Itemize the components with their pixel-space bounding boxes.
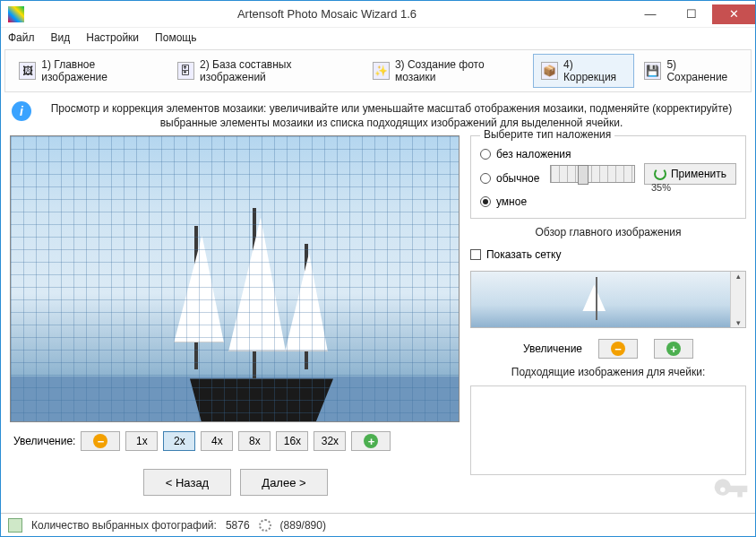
step-label: 3) Создание фото мозаики bbox=[395, 58, 523, 83]
radio-none-label: без наложения bbox=[496, 148, 571, 160]
step-save[interactable]: 💾 5) Сохранение bbox=[636, 54, 745, 88]
main-area: i Просмотр и коррекция элементов мозаики… bbox=[1, 94, 755, 513]
preview-zoom-in[interactable]: + bbox=[654, 339, 693, 359]
photos-icon bbox=[8, 518, 22, 533]
menu-file[interactable]: Файл bbox=[8, 31, 35, 44]
apply-label: Применить bbox=[671, 168, 726, 180]
preview-title: Обзор главного изображения bbox=[470, 226, 746, 238]
overlay-legend: Выберите тип наложения bbox=[480, 128, 614, 141]
zoom-2x[interactable]: 2x bbox=[163, 431, 195, 451]
zoom-8x[interactable]: 8x bbox=[238, 431, 271, 451]
step-main-image[interactable]: 🖼 1) Главное изображение bbox=[11, 54, 168, 88]
titlebar: Artensoft Photo Mosaic Wizard 1.6 — ☐ ✕ bbox=[1, 1, 755, 28]
radio-normal[interactable] bbox=[480, 173, 491, 184]
window-buttons: — ☐ ✕ bbox=[630, 4, 755, 24]
zoom-in-button[interactable]: + bbox=[351, 431, 391, 451]
wand-icon: ✨ bbox=[373, 62, 390, 80]
close-button[interactable]: ✕ bbox=[712, 4, 755, 24]
zoom-row: Увеличение: − 1x 2x 4x 8x 16x 32x + bbox=[10, 422, 461, 460]
next-button[interactable]: Далее > bbox=[240, 469, 328, 496]
radio-none[interactable] bbox=[480, 149, 491, 160]
zoom-4x[interactable]: 4x bbox=[201, 431, 233, 451]
overlay-group: Выберите тип наложения без наложения обы… bbox=[470, 135, 746, 219]
zoom-32x[interactable]: 32x bbox=[314, 431, 346, 451]
menu-settings[interactable]: Настройки bbox=[86, 31, 139, 44]
mosaic-preview[interactable] bbox=[10, 135, 460, 422]
image-icon: 🖼 bbox=[19, 62, 36, 80]
nav-row: < Назад Далее > bbox=[10, 460, 461, 508]
window-title: Artensoft Photo Mosaic Wizard 1.6 bbox=[24, 7, 630, 21]
content: Увеличение: − 1x 2x 4x 8x 16x 32x + < На… bbox=[6, 135, 750, 513]
showgrid-label: Показать сетку bbox=[486, 248, 562, 261]
preview-zoom-out[interactable]: − bbox=[598, 339, 638, 359]
radio-smart-row[interactable]: умное bbox=[480, 195, 736, 208]
database-icon: 🗄 bbox=[177, 62, 194, 80]
menu-bar: Файл Вид Настройки Помощь bbox=[1, 28, 755, 48]
save-icon: 💾 bbox=[644, 62, 661, 80]
info-bar: i Просмотр и коррекция элементов мозаики… bbox=[6, 98, 750, 135]
status-count-label: Количество выбранных фотографий: bbox=[31, 519, 217, 532]
thumbnail-image bbox=[471, 272, 730, 327]
right-column: Выберите тип наложения без наложения обы… bbox=[470, 135, 746, 513]
thumbnail-scrollbar[interactable]: ▴▾ bbox=[730, 272, 745, 327]
maximize-button[interactable]: ☐ bbox=[671, 4, 712, 24]
left-column: Увеличение: − 1x 2x 4x 8x 16x 32x + < На… bbox=[10, 135, 461, 513]
preview-zoom-row: Увеличение − + bbox=[470, 335, 746, 359]
step-create-mosaic[interactable]: ✨ 3) Создание фото мозаики bbox=[365, 54, 531, 88]
suitable-images-box[interactable] bbox=[470, 385, 746, 475]
status-bar: Количество выбранных фотографий: 5876 (8… bbox=[1, 513, 755, 536]
step-label: 5) Сохранение bbox=[666, 58, 737, 83]
step-label: 4) Коррекция bbox=[563, 58, 626, 83]
radio-normal-row[interactable]: обычное bbox=[480, 172, 550, 185]
minimize-button[interactable]: — bbox=[630, 4, 671, 24]
showgrid-row[interactable]: Показать сетку bbox=[470, 248, 746, 261]
status-progress: (889/890) bbox=[280, 519, 326, 532]
info-icon: i bbox=[12, 101, 31, 121]
overlay-slider[interactable] bbox=[550, 165, 635, 183]
preview-zoom-label: Увеличение bbox=[523, 342, 582, 355]
slider-thumb[interactable] bbox=[578, 165, 588, 185]
info-text: Просмотр и коррекция элементов мозаики: … bbox=[39, 101, 744, 130]
step-bar: 🖼 1) Главное изображение 🗄 2) База соста… bbox=[4, 49, 752, 92]
info-line2: выбранные элементы мозаики из списка под… bbox=[160, 117, 623, 129]
back-button[interactable]: < Назад bbox=[143, 469, 231, 496]
step-label: 2) База составных изображений bbox=[200, 58, 354, 83]
spinner-icon bbox=[259, 519, 271, 532]
status-count-value: 5876 bbox=[226, 519, 250, 532]
radio-none-row[interactable]: без наложения bbox=[480, 148, 736, 160]
radio-smart[interactable] bbox=[480, 196, 491, 207]
zoom-label: Увеличение: bbox=[13, 435, 75, 447]
radio-smart-label: умное bbox=[496, 195, 527, 208]
info-line1: Просмотр и коррекция элементов мозаики: … bbox=[51, 102, 733, 115]
zoom-1x[interactable]: 1x bbox=[125, 431, 158, 451]
menu-help[interactable]: Помощь bbox=[155, 31, 196, 44]
overview-thumbnail[interactable]: ▴▾ bbox=[470, 271, 746, 328]
step-tiles-db[interactable]: 🗄 2) База составных изображений bbox=[169, 54, 363, 88]
slider-percent: 35% bbox=[586, 182, 736, 193]
showgrid-checkbox[interactable] bbox=[470, 249, 481, 260]
menu-view[interactable]: Вид bbox=[51, 31, 71, 44]
mosaic-grid bbox=[11, 136, 459, 421]
key-watermark-icon bbox=[711, 472, 751, 512]
refresh-icon bbox=[654, 168, 666, 180]
suitable-title: Подходящие изображения для ячейки: bbox=[470, 366, 746, 378]
step-label: 1) Главное изображение bbox=[41, 58, 159, 83]
zoom-out-button[interactable]: − bbox=[81, 431, 120, 451]
step-correction[interactable]: 📦 4) Коррекция bbox=[533, 54, 634, 88]
zoom-16x[interactable]: 16x bbox=[276, 431, 308, 451]
app-icon bbox=[8, 6, 24, 22]
box-icon: 📦 bbox=[541, 62, 558, 80]
radio-normal-label: обычное bbox=[496, 172, 539, 185]
